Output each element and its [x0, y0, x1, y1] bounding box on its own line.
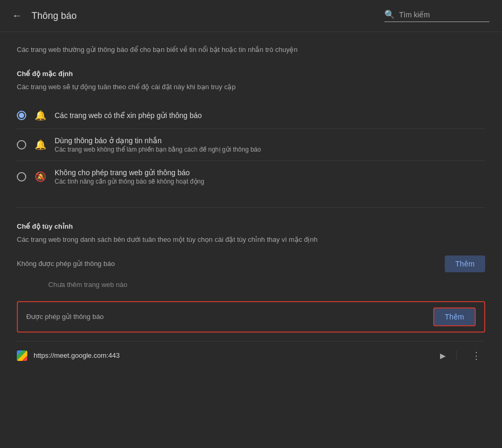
- header-left: ← Thông báo: [8, 7, 77, 24]
- radio-text-block: Không cho phép trang web gửi thông báo C…: [55, 168, 485, 185]
- radio-label-block: Không cho phép trang web gửi thông báo: [55, 168, 485, 177]
- radio-sublabel-quiet: Các trang web không thể làm phiền bạn bằ…: [55, 146, 485, 153]
- radio-btn-quiet[interactable]: [17, 140, 26, 150]
- allowed-label: Được phép gửi thông báo: [26, 313, 104, 321]
- back-button[interactable]: ←: [8, 7, 25, 24]
- main-content: Các trang web thường gửi thông báo để ch…: [0, 32, 502, 382]
- bell-icon-allow: 🔔: [35, 110, 46, 121]
- page-description: Các trang web thường gửi thông báo để ch…: [17, 45, 485, 55]
- blocked-row: Không được phép gửi thông báo Thêm: [17, 255, 485, 272]
- custom-mode-section: Chế độ tùy chỉnh Các trang web trong dan…: [17, 222, 485, 370]
- header: ← Thông báo 🔍: [0, 0, 502, 32]
- allowed-row: Được phép gửi thông báo Thêm: [17, 301, 485, 333]
- search-container: 🔍: [384, 9, 489, 22]
- custom-mode-subtitle: Các trang web trong danh sách bên dưới t…: [17, 234, 485, 245]
- blocked-label: Không được phép gửi thông báo: [17, 260, 115, 268]
- site-divider: [456, 350, 457, 361]
- default-mode-subtitle: Các trang web sẽ tự động tuân theo chế đ…: [17, 82, 485, 92]
- settings-page: ← Thông báo 🔍 Các trang web thường gửi t…: [0, 0, 502, 448]
- radio-sublabel-block: Các tính năng cần gửi thông báo sẽ không…: [55, 178, 485, 185]
- radio-btn-block[interactable]: [17, 172, 26, 182]
- search-icon: 🔍: [384, 9, 395, 19]
- site-expand-icon[interactable]: ▶: [440, 351, 446, 360]
- add-blocked-button[interactable]: Thêm: [445, 255, 485, 272]
- page-title: Thông báo: [32, 10, 77, 22]
- radio-option-quiet[interactable]: 🔔 Dùng thông báo ở dạng tin nhắn Các tra…: [17, 129, 485, 161]
- radio-label-quiet: Dùng thông báo ở dạng tin nhắn: [55, 136, 485, 145]
- add-allowed-button[interactable]: Thêm: [433, 307, 476, 326]
- search-input[interactable]: [399, 10, 483, 19]
- radio-options: 🔔 Các trang web có thể xin phép gửi thôn…: [17, 102, 485, 193]
- custom-mode-title: Chế độ tùy chỉnh: [17, 222, 485, 230]
- radio-text-quiet: Dùng thông báo ở dạng tin nhắn Các trang…: [55, 136, 485, 153]
- divider: [17, 207, 485, 208]
- site-url: https://meet.google.com:443: [34, 351, 434, 359]
- bell-icon-block: 🔕: [35, 171, 46, 183]
- radio-option-block[interactable]: 🔕 Không cho phép trang web gửi thông báo…: [17, 161, 485, 193]
- allowed-section: Được phép gửi thông báo Thêm https://mee…: [17, 301, 485, 370]
- blocked-section: Không được phép gửi thông báo Thêm Chưa …: [17, 255, 485, 289]
- radio-label-allow: Các trang web có thể xin phép gửi thông …: [55, 111, 485, 120]
- default-mode-title: Chế độ mặc định: [17, 70, 485, 78]
- default-mode-section: Chế độ mặc định Các trang web sẽ tự động…: [17, 70, 485, 193]
- back-icon: ←: [12, 10, 22, 22]
- radio-option-allow[interactable]: 🔔 Các trang web có thể xin phép gửi thôn…: [17, 102, 485, 129]
- radio-text-allow: Các trang web có thể xin phép gửi thông …: [55, 111, 485, 120]
- blocked-empty-text: Chưa thêm trang web nào: [48, 281, 485, 289]
- site-item: https://meet.google.com:443 ▶ ⋮: [17, 341, 485, 370]
- bell-icon-quiet: 🔔: [35, 139, 46, 151]
- radio-btn-allow[interactable]: [17, 111, 26, 120]
- site-favicon-meet: [17, 350, 27, 361]
- site-more-icon[interactable]: ⋮: [467, 348, 485, 364]
